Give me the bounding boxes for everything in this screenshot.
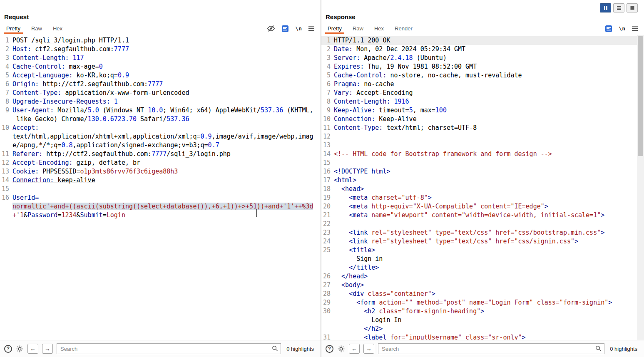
- line-number: [0, 211, 9, 220]
- code-line: +'1&Password=1234&Submit=Login: [0, 211, 321, 220]
- next-match-button[interactable]: →: [42, 344, 53, 354]
- code-line: 5Accept-Language: ko-KR,ko;q=0.9: [0, 71, 321, 80]
- pretty-print-icon[interactable]: [605, 25, 612, 32]
- tab-hex[interactable]: Hex: [47, 23, 68, 34]
- line-content: Accept-Language: ko-KR,ko;q=0.9: [12, 71, 321, 80]
- code-line: text/html,application/xhtml+xml,applicat…: [0, 132, 321, 141]
- layout-stacked-rows-button[interactable]: [613, 3, 624, 12]
- line-number: 6: [321, 80, 331, 89]
- code-line: 15: [321, 159, 637, 167]
- newline-icon[interactable]: \n: [619, 25, 625, 32]
- code-line: like Gecko) Chrome/130.0.6723.70 Safari/…: [0, 115, 321, 124]
- newline-glyph: \n: [295, 25, 302, 32]
- code-line: 29 <form action="" method="post" name="L…: [321, 298, 637, 307]
- response-editor[interactable]: 1HTTP/1.1 200 OK2Date: Mon, 02 Dec 2024 …: [321, 35, 637, 340]
- line-number: 29: [321, 298, 331, 307]
- scrollbar-thumb[interactable]: [638, 36, 643, 156]
- line-number: 22: [321, 220, 331, 228]
- line-number: 15: [321, 159, 331, 167]
- code-line: 3Server: Apache/2.4.18 (Ubuntu): [321, 54, 637, 62]
- tab-raw[interactable]: Raw: [347, 23, 369, 34]
- code-line: 22: [321, 220, 637, 228]
- line-number: 13: [321, 141, 331, 150]
- line-number: 7: [0, 89, 9, 97]
- line-number: 26: [321, 272, 331, 281]
- line-content: HTTP/1.1 200 OK: [334, 36, 637, 45]
- search-input[interactable]: [378, 343, 604, 354]
- line-number: 1: [0, 36, 9, 45]
- menu-icon[interactable]: [308, 26, 315, 32]
- search-icon: [595, 345, 602, 353]
- tab-pretty[interactable]: Pretty: [1, 23, 26, 34]
- search-box: [57, 343, 281, 354]
- line-number: 2: [0, 45, 9, 54]
- tab-raw[interactable]: Raw: [26, 23, 47, 34]
- line-content: <label for="inputUsername" class="sr-onl…: [334, 333, 637, 340]
- line-number: 8: [0, 97, 9, 106]
- request-panel: Request PrettyRawHex \n 1POST /sqli_3/lo…: [0, 0, 321, 357]
- line-content: [334, 141, 637, 150]
- line-number: 13: [0, 167, 9, 176]
- line-content: Connection: keep-alive: [12, 176, 321, 185]
- tab-render[interactable]: Render: [389, 23, 418, 34]
- search-input[interactable]: [57, 343, 281, 354]
- newline-icon[interactable]: \n: [295, 25, 302, 32]
- line-content: <form action="" method="post" name="Logi…: [334, 298, 637, 307]
- line-content: <link rel="stylesheet" type="text/css" h…: [334, 237, 637, 246]
- line-content: Content-Type: text/html; charset=UTF-8: [334, 124, 637, 132]
- line-number: 27: [321, 281, 331, 290]
- code-line: 27 <body>: [321, 281, 637, 290]
- settings-gear-icon[interactable]: [337, 345, 345, 353]
- code-line: 8Content-Length: 1916: [321, 97, 637, 106]
- code-line: 23 <link rel="stylesheet" type="text/css…: [321, 228, 637, 237]
- line-content: Expires: Thu, 19 Nov 1981 08:52:00 GMT: [334, 62, 637, 71]
- line-content: Cookie: PHPSESSID=o1p3mts86rvv76f3c6igea…: [12, 167, 321, 176]
- settings-gear-icon[interactable]: [16, 345, 24, 353]
- code-line: 3Content-Length: 117: [0, 54, 321, 62]
- line-number: 23: [321, 228, 331, 237]
- code-line: 11Referer: http://ctf2.segfaulthub.com:7…: [0, 150, 321, 159]
- code-line: 14Connection: keep-alive: [0, 176, 321, 185]
- layout-split-columns-button[interactable]: [600, 3, 611, 12]
- line-content: [334, 220, 637, 228]
- code-line: </h2>: [321, 325, 637, 333]
- line-number: 25: [321, 246, 331, 255]
- line-number: 18: [321, 185, 331, 193]
- layout-toggle-group: [600, 3, 638, 12]
- response-scrollbar[interactable]: [637, 35, 644, 340]
- tab-hex[interactable]: Hex: [369, 23, 389, 34]
- eye-slash-icon[interactable]: [267, 25, 275, 32]
- request-editor[interactable]: 1POST /sqli_3/login.php HTTP/1.12Host: c…: [0, 35, 321, 340]
- tab-pretty[interactable]: Pretty: [322, 23, 347, 34]
- request-footer: ? ← → 0 highlights: [0, 340, 321, 357]
- line-number: 2: [321, 45, 331, 54]
- code-line: 10Connection: Keep-Alive: [321, 115, 637, 124]
- pretty-print-icon[interactable]: [281, 25, 289, 32]
- code-line: 30 <h2 class="form-signin-heading">: [321, 307, 637, 316]
- line-content: Content-Type: application/x-www-form-url…: [12, 89, 321, 97]
- code-line: 14<!-- HTML code for Bootstrap framework…: [321, 150, 637, 159]
- line-number: 1: [321, 36, 331, 45]
- code-line: 7Vary: Accept-Encoding: [321, 89, 637, 97]
- line-content: </title>: [334, 263, 637, 272]
- code-line: Login In: [321, 316, 637, 325]
- menu-icon[interactable]: [632, 26, 638, 32]
- line-content: Host: ctf2.segfaulthub.com:7777: [12, 45, 321, 54]
- line-content: [334, 132, 637, 141]
- line-number: 19: [321, 193, 331, 202]
- line-content: Upgrade-Insecure-Requests: 1: [12, 97, 321, 106]
- help-icon[interactable]: ?: [4, 345, 12, 353]
- line-content: <meta name="viewport" content="width=dev…: [334, 211, 637, 220]
- line-content: <h2 class="form-signin-heading">: [334, 307, 637, 316]
- help-icon[interactable]: ?: [326, 345, 333, 353]
- layout-single-view-button[interactable]: [627, 3, 638, 12]
- code-line: 5Cache-Control: no-store, no-cache, must…: [321, 71, 637, 80]
- line-number: 3: [321, 54, 331, 62]
- line-number: 14: [321, 150, 331, 159]
- line-content: Vary: Accept-Encoding: [334, 89, 637, 97]
- code-line: 26 </head>: [321, 272, 637, 281]
- previous-match-button[interactable]: ←: [349, 344, 360, 354]
- next-match-button[interactable]: →: [363, 344, 374, 354]
- line-number: 8: [321, 97, 331, 106]
- previous-match-button[interactable]: ←: [27, 344, 38, 354]
